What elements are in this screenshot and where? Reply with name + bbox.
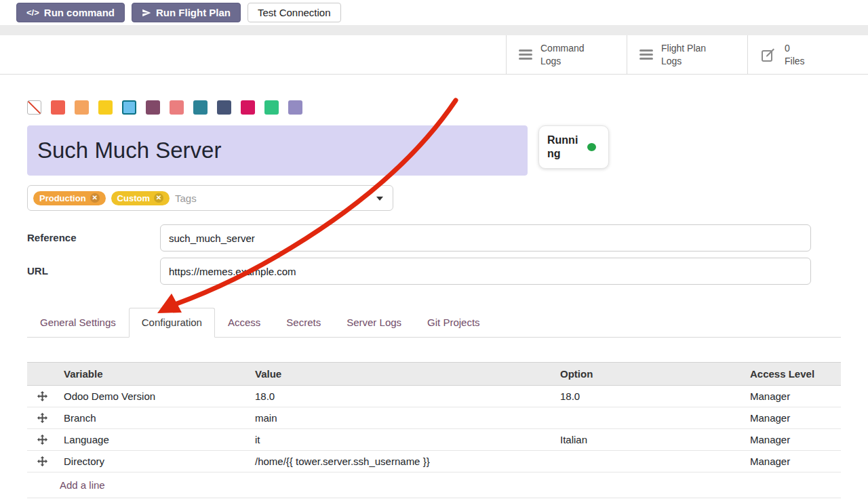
cell-value[interactable]: /home/{{ tower.server.ssh_username }} [248, 451, 553, 472]
reference-input[interactable] [160, 224, 811, 252]
tab-configuration[interactable]: Configuration [129, 308, 215, 338]
tab-general-settings[interactable]: General Settings [27, 308, 129, 337]
chevron-down-icon[interactable] [376, 197, 383, 201]
tab-server-logs[interactable]: Server Logs [334, 308, 414, 337]
column-header-variable: Variable [57, 363, 248, 386]
tab-access[interactable]: Access [215, 308, 273, 337]
flight-plan-logs-stat-button[interactable]: Flight Plan Logs [627, 35, 747, 74]
notebook-tabs: General Settings Configuration Access Se… [27, 308, 841, 338]
test-connection-button[interactable]: Test Connection [248, 3, 341, 22]
color-swatch-0[interactable] [51, 100, 65, 115]
form-sheet: Running Production ✕ Custom ✕ Tags Refer… [0, 100, 868, 498]
run-flight-plan-label: Run Flight Plan [156, 6, 231, 19]
remove-tag-icon[interactable]: ✕ [90, 193, 100, 203]
edit-icon [760, 47, 776, 63]
table-header-row: Variable Value Option Access Level [27, 363, 841, 386]
color-swatch-10[interactable] [288, 100, 302, 115]
color-swatch-4[interactable] [146, 100, 160, 115]
status-badge[interactable]: Running [538, 125, 609, 169]
cell-access-level[interactable]: Manager [743, 451, 841, 472]
drag-handle-icon[interactable] [27, 429, 57, 451]
cell-option[interactable] [553, 407, 743, 429]
tag-production: Production ✕ [33, 191, 106, 205]
tags-placeholder: Tags [175, 193, 197, 204]
table-row[interactable]: Directory /home/{{ tower.server.ssh_user… [27, 451, 841, 472]
cell-option[interactable] [553, 451, 743, 472]
cell-variable[interactable]: Odoo Demo Version [57, 386, 248, 407]
tab-secrets[interactable]: Secrets [273, 308, 334, 337]
color-swatch-8[interactable] [241, 100, 255, 115]
cell-variable[interactable]: Language [57, 429, 248, 451]
cell-value[interactable]: main [248, 407, 553, 429]
stat-label-line2: Logs [661, 56, 682, 66]
stat-label-line1: Command [540, 43, 585, 54]
cell-option[interactable]: Italian [553, 429, 743, 451]
cell-value[interactable]: 18.0 [248, 386, 553, 407]
command-logs-stat-button[interactable]: Command Logs [506, 35, 627, 74]
stat-label-line1: 0 [785, 43, 790, 54]
server-name-input[interactable] [27, 125, 528, 176]
files-stat-button[interactable]: 0 Files [747, 35, 868, 74]
cell-access-level[interactable]: Manager [743, 386, 841, 407]
stat-label-line1: Flight Plan [661, 43, 706, 54]
cell-access-level[interactable]: Manager [743, 407, 841, 429]
tab-git-projects[interactable]: Git Projects [414, 308, 493, 337]
run-command-label: Run command [44, 6, 115, 19]
color-swatch-9[interactable] [264, 100, 279, 115]
status-label: Running [547, 134, 581, 161]
drag-handle-icon[interactable] [27, 451, 57, 472]
list-icon [639, 49, 653, 60]
color-swatch-3[interactable] [122, 100, 136, 115]
url-label: URL [27, 258, 160, 285]
run-flight-plan-button[interactable]: Run Flight Plan [132, 3, 241, 22]
tags-field[interactable]: Production ✕ Custom ✕ Tags [27, 185, 393, 211]
drag-handle-icon[interactable] [27, 407, 57, 429]
add-a-line-link[interactable]: Add a line [27, 472, 841, 498]
table-row[interactable]: Branch main Manager [27, 407, 841, 429]
form-header-bar: Command Logs Flight Plan Logs 0 Files [0, 35, 868, 75]
cell-value[interactable]: it [248, 429, 553, 451]
color-swatch-2[interactable] [98, 100, 113, 115]
config-table-body: Odoo Demo Version 18.0 18.0 Manager Bran… [27, 386, 841, 472]
tag-label: Production [39, 193, 86, 203]
test-connection-label: Test Connection [258, 6, 331, 19]
column-header-value: Value [248, 363, 553, 386]
separator-strip [0, 25, 868, 35]
color-palette [27, 100, 841, 115]
stat-label-line2: Files [785, 56, 805, 66]
run-command-button[interactable]: </> Run command [16, 3, 125, 22]
paper-plane-icon [142, 8, 151, 18]
color-swatch-5[interactable] [170, 100, 184, 115]
tag-label: Custom [117, 193, 150, 203]
cell-option[interactable]: 18.0 [553, 386, 743, 407]
drag-handle-icon[interactable] [27, 386, 57, 407]
code-icon: </> [26, 6, 39, 19]
cell-variable[interactable]: Branch [57, 407, 248, 429]
table-row[interactable]: Language it Italian Manager [27, 429, 841, 451]
configuration-table: Variable Value Option Access Level Odoo … [27, 362, 841, 472]
status-dot [587, 143, 596, 151]
cell-access-level[interactable]: Manager [743, 429, 841, 451]
cell-variable[interactable]: Directory [57, 451, 248, 472]
url-input[interactable] [160, 258, 811, 285]
column-header-access-level: Access Level [743, 363, 841, 386]
reference-label: Reference [27, 224, 160, 252]
color-swatch-none[interactable] [27, 100, 41, 115]
handle-column-header [27, 363, 57, 386]
tag-custom: Custom ✕ [111, 191, 170, 205]
stat-label-line2: Logs [540, 56, 561, 66]
color-swatch-6[interactable] [193, 100, 208, 115]
table-row[interactable]: Odoo Demo Version 18.0 18.0 Manager [27, 386, 841, 407]
color-swatch-7[interactable] [217, 100, 231, 115]
list-icon [519, 49, 532, 60]
remove-tag-icon[interactable]: ✕ [154, 193, 163, 203]
color-swatch-1[interactable] [75, 100, 89, 115]
top-toolbar: </> Run command Run Flight Plan Test Con… [0, 0, 868, 25]
column-header-option: Option [553, 363, 743, 386]
